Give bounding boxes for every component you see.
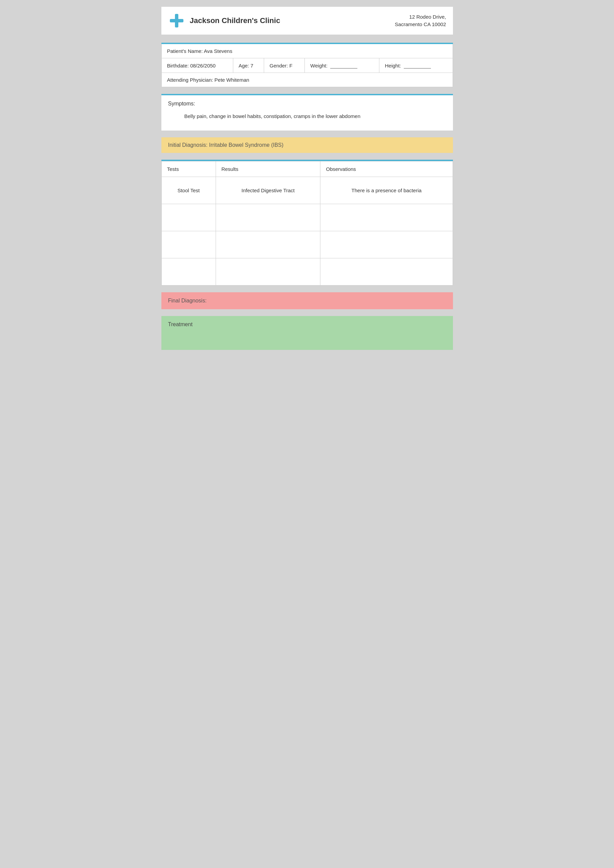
address-line1: 12 Rodeo Drive, xyxy=(409,14,446,20)
final-diagnosis-label: Final Diagnosis: xyxy=(168,298,207,304)
symptoms-label: Symptoms: xyxy=(168,101,446,107)
test-result-cell: Infected Digestive Tract xyxy=(216,177,320,204)
treatment-section: Treatment xyxy=(161,316,453,350)
test-row xyxy=(161,204,453,231)
gender-label: Gender: xyxy=(270,63,288,68)
height-label: Height: xyxy=(385,63,401,68)
birthdate-cell: Birthdate: 08/26/2050 xyxy=(161,58,233,73)
test-result-cell xyxy=(216,231,320,258)
physician-value: Pete Whiteman xyxy=(215,77,250,83)
physician-row: Attending Physician: Pete Whiteman xyxy=(161,73,453,87)
weight-label: Weight: xyxy=(310,63,327,68)
clinic-name: Jackson Children's Clinic xyxy=(190,16,281,25)
birthdate-value: 08/26/2050 xyxy=(190,63,216,68)
patient-name-row: Patient's Name: Ava Stevens xyxy=(161,44,453,58)
clinic-logo-icon xyxy=(168,12,185,29)
test-result-cell xyxy=(216,204,320,231)
test-row: Stool TestInfected Digestive TractThere … xyxy=(161,177,453,204)
patient-details-row: Birthdate: 08/26/2050 Age: 7 Gender: F W… xyxy=(161,58,453,73)
test-row xyxy=(161,258,453,285)
age-cell: Age: 7 xyxy=(233,58,264,73)
symptoms-section: Symptoms: Belly pain, change in bowel ha… xyxy=(161,94,453,130)
test-row xyxy=(161,231,453,258)
patient-name-value: Ava Stevens xyxy=(204,48,232,54)
birthdate-label: Birthdate: xyxy=(167,63,189,68)
age-value: 7 xyxy=(251,63,253,68)
physician-cell: Attending Physician: Pete Whiteman xyxy=(161,73,453,87)
test-observation-cell xyxy=(320,204,453,231)
test-observation-cell xyxy=(320,258,453,285)
test-observation-cell: There is a presence of bacteria xyxy=(320,177,453,204)
initial-diagnosis-text: Initial Diagnosis: Irritable Bowel Syndr… xyxy=(168,142,284,148)
gender-value: F xyxy=(289,63,292,68)
tests-table: Tests Results Observations Stool TestInf… xyxy=(161,161,453,285)
header: Jackson Children's Clinic 12 Rodeo Drive… xyxy=(161,7,453,34)
weight-cell: Weight: xyxy=(305,58,379,73)
height-blank xyxy=(404,62,431,68)
symptoms-text: Belly pain, change in bowel habits, cons… xyxy=(168,112,446,120)
header-left: Jackson Children's Clinic xyxy=(168,12,281,29)
patient-info-table: Patient's Name: Ava Stevens Birthdate: 0… xyxy=(161,44,453,87)
gender-cell: Gender: F xyxy=(264,58,305,73)
patient-name-label: Patient's Name: xyxy=(167,48,203,54)
final-diagnosis-section: Final Diagnosis: xyxy=(161,292,453,309)
address-line2: Sacramento CA 10002 xyxy=(395,22,446,27)
test-name-cell xyxy=(161,231,216,258)
tests-header-row: Tests Results Observations xyxy=(161,161,453,177)
svg-rect-1 xyxy=(170,19,183,22)
tests-section: Tests Results Observations Stool TestInf… xyxy=(161,160,453,285)
treatment-label: Treatment xyxy=(168,321,192,327)
weight-blank xyxy=(330,62,357,68)
age-label: Age: xyxy=(239,63,249,68)
patient-info-section: Patient's Name: Ava Stevens Birthdate: 0… xyxy=(161,43,453,87)
test-result-cell xyxy=(216,258,320,285)
test-name-cell: Stool Test xyxy=(161,177,216,204)
height-cell: Height: xyxy=(379,58,453,73)
test-observation-cell xyxy=(320,231,453,258)
test-name-cell xyxy=(161,258,216,285)
initial-diagnosis-banner: Initial Diagnosis: Irritable Bowel Syndr… xyxy=(161,137,453,153)
patient-name-cell: Patient's Name: Ava Stevens xyxy=(161,44,453,58)
test-name-cell xyxy=(161,204,216,231)
col-tests-header: Tests xyxy=(161,161,216,177)
clinic-address: 12 Rodeo Drive, Sacramento CA 10002 xyxy=(395,13,446,28)
col-results-header: Results xyxy=(216,161,320,177)
col-observations-header: Observations xyxy=(320,161,453,177)
physician-label: Attending Physician: xyxy=(167,77,213,83)
